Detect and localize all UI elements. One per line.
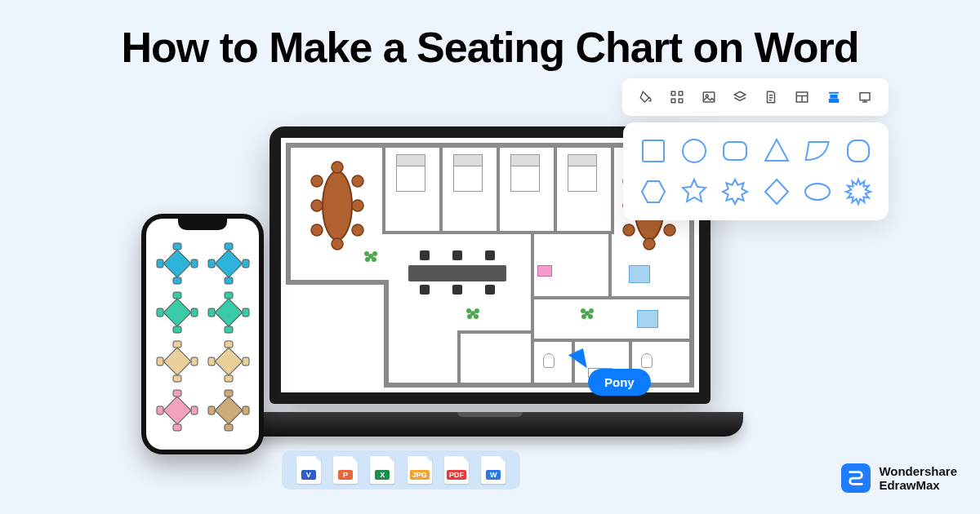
svg-rect-70 xyxy=(225,424,233,431)
svg-point-8 xyxy=(332,238,343,250)
export-pdf[interactable]: PDF xyxy=(444,456,469,484)
fill-icon[interactable] xyxy=(638,89,654,105)
seat-item xyxy=(154,241,199,286)
export-w[interactable]: W xyxy=(481,456,506,484)
shape-ellipse[interactable] xyxy=(800,175,835,209)
svg-rect-77 xyxy=(703,92,715,102)
svg-rect-63 xyxy=(163,397,191,424)
bed-icon xyxy=(568,154,597,192)
page-icon[interactable] xyxy=(763,89,779,105)
phone-screen xyxy=(146,219,259,450)
svg-rect-51 xyxy=(208,308,215,317)
image-icon[interactable] xyxy=(701,89,717,105)
seat-item xyxy=(206,339,251,383)
seat-item xyxy=(206,290,251,335)
svg-point-84 xyxy=(683,140,706,162)
shape-burst8[interactable] xyxy=(718,175,752,209)
svg-point-19 xyxy=(364,251,369,256)
conference-table-left xyxy=(309,161,366,254)
present-icon[interactable] xyxy=(857,89,873,105)
export-v[interactable]: V xyxy=(296,456,321,484)
svg-point-29 xyxy=(581,308,586,313)
svg-rect-34 xyxy=(173,243,181,250)
svg-rect-80 xyxy=(831,95,837,98)
svg-rect-69 xyxy=(225,390,233,397)
svg-rect-71 xyxy=(208,406,215,414)
svg-rect-72 xyxy=(243,406,249,414)
plant-icon xyxy=(363,249,378,264)
layers-icon[interactable] xyxy=(732,89,748,105)
svg-rect-74 xyxy=(679,91,684,95)
svg-rect-64 xyxy=(173,390,181,397)
svg-rect-41 xyxy=(208,259,215,268)
seat-item xyxy=(154,290,199,335)
export-p[interactable]: P xyxy=(333,456,358,484)
brand-logo-mark xyxy=(841,463,871,493)
svg-rect-53 xyxy=(163,348,191,375)
svg-point-22 xyxy=(372,257,376,262)
svg-rect-67 xyxy=(191,406,198,414)
phone-mockup xyxy=(141,214,264,454)
svg-rect-45 xyxy=(173,326,181,333)
svg-rect-43 xyxy=(163,299,191,326)
fixture-blue xyxy=(637,310,658,328)
svg-point-31 xyxy=(581,314,586,319)
plant-icon xyxy=(580,306,595,321)
svg-rect-62 xyxy=(243,357,249,366)
svg-rect-75 xyxy=(672,99,676,103)
svg-point-1 xyxy=(311,175,323,187)
svg-rect-76 xyxy=(679,99,684,103)
svg-rect-73 xyxy=(672,91,676,95)
export-x[interactable]: X xyxy=(370,456,394,484)
shape-circle[interactable] xyxy=(677,134,711,168)
svg-point-5 xyxy=(352,200,363,211)
svg-point-12 xyxy=(623,224,635,236)
seating-chart-grid xyxy=(146,237,259,437)
export-jpg[interactable]: JPG xyxy=(408,456,432,484)
svg-point-20 xyxy=(372,251,377,256)
toilet-icon xyxy=(641,353,653,368)
svg-rect-56 xyxy=(157,357,163,366)
shape-burst12[interactable] xyxy=(841,175,875,209)
svg-point-26 xyxy=(467,314,472,319)
svg-rect-42 xyxy=(243,259,249,268)
layout-icon[interactable] xyxy=(794,89,810,105)
svg-point-15 xyxy=(664,224,675,236)
shape-hexagon[interactable] xyxy=(636,175,670,209)
shape-rect[interactable] xyxy=(636,134,670,168)
shape-parallelogram[interactable] xyxy=(800,134,835,168)
svg-point-24 xyxy=(466,308,471,313)
chair-row xyxy=(408,250,506,260)
shape-star[interactable] xyxy=(677,175,711,209)
svg-rect-44 xyxy=(173,292,181,299)
svg-rect-47 xyxy=(191,308,198,317)
bed-icon xyxy=(396,154,425,192)
svg-rect-82 xyxy=(860,93,870,100)
svg-rect-46 xyxy=(157,308,163,317)
svg-rect-85 xyxy=(724,142,746,160)
toolbar xyxy=(622,78,889,116)
svg-rect-60 xyxy=(225,375,233,382)
bed-icon xyxy=(510,154,540,192)
svg-rect-52 xyxy=(243,308,249,317)
seat-item xyxy=(154,388,199,432)
laptop-base xyxy=(237,412,743,436)
export-formats-bar: VPXJPGPDFW xyxy=(282,450,520,490)
fixture-blue xyxy=(629,265,650,283)
shape-diamond[interactable] xyxy=(760,175,794,209)
shape-roundsquare[interactable] xyxy=(841,134,875,168)
svg-rect-39 xyxy=(225,243,233,250)
seat-item xyxy=(206,388,251,432)
shape-roundrect[interactable] xyxy=(718,134,752,168)
svg-rect-61 xyxy=(208,357,215,366)
plant-icon xyxy=(466,306,480,321)
nodes-icon[interactable] xyxy=(669,89,685,105)
svg-rect-58 xyxy=(215,348,243,375)
shape-triangle[interactable] xyxy=(760,134,794,168)
svg-rect-38 xyxy=(215,250,243,277)
page-title: How to Make a Seating Chart on Word xyxy=(0,23,980,72)
svg-point-7 xyxy=(332,162,343,173)
svg-rect-49 xyxy=(225,292,233,299)
svg-point-27 xyxy=(474,314,479,319)
align-icon[interactable] xyxy=(826,89,842,105)
